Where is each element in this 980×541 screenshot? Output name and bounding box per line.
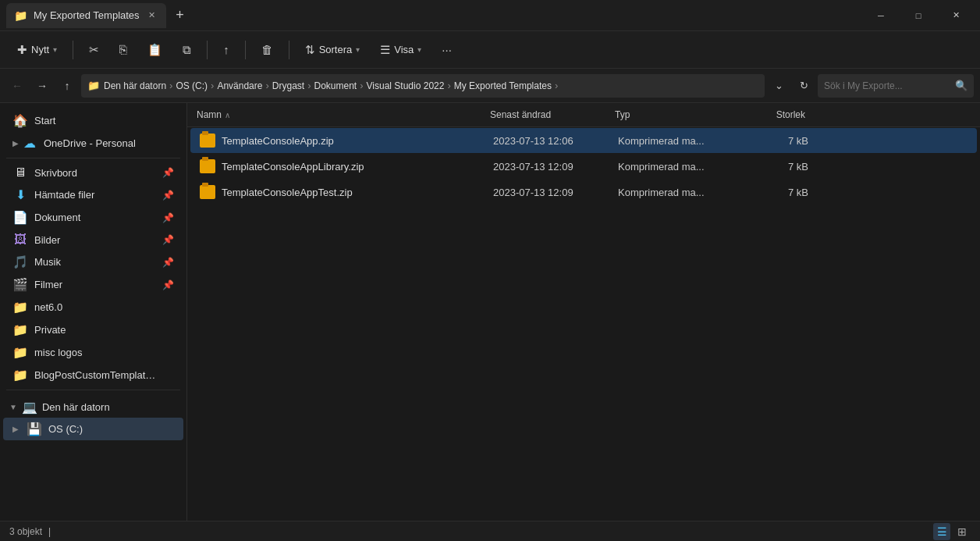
pin-filmer-icon: 📌 xyxy=(162,279,174,290)
view-button[interactable]: ☰ Visa ▾ xyxy=(372,39,429,61)
paste-icon: 📋 xyxy=(147,43,162,57)
desktop-icon: 🖥 xyxy=(12,166,28,180)
more-button[interactable]: ··· xyxy=(434,39,460,60)
search-icon: 🔍 xyxy=(955,80,968,91)
pin-bilder-icon: 📌 xyxy=(162,234,174,245)
breadcrumb-os-c[interactable]: OS (C:) xyxy=(176,80,208,91)
sidebar-item-musik[interactable]: 🎵 Musik 📌 xyxy=(3,251,183,273)
cut-button[interactable]: ✂ xyxy=(81,39,107,61)
folder-blogpost-icon: 📁 xyxy=(12,368,28,383)
delete-button[interactable]: 🗑 xyxy=(254,39,281,60)
file-header: Namn ∧ Senast ändrad Typ Storlek xyxy=(187,103,980,127)
sidebar-filmer-label: Filmer xyxy=(34,279,62,290)
file-type: Komprimerad ma... xyxy=(612,158,737,176)
toolbar-sep-4 xyxy=(289,41,289,59)
pictures-icon: 🖼 xyxy=(12,233,28,247)
breadcrumb-my-exported[interactable]: My Exported Templates xyxy=(454,80,552,91)
forward-button[interactable]: → xyxy=(31,75,53,97)
col-date-header[interactable]: Senast ändrad xyxy=(484,106,609,123)
sidebar-section-den-har[interactable]: ▼ 💻 Den här datorn xyxy=(0,393,186,418)
col-date-label: Senast ändrad xyxy=(490,109,551,120)
new-button[interactable]: ✚ Nytt ▾ xyxy=(9,39,65,61)
sidebar-item-dokument[interactable]: 📄 Dokument 📌 xyxy=(3,206,183,229)
computer-icon: 💻 xyxy=(22,400,37,415)
new-icon: ✚ xyxy=(17,43,27,57)
breadcrumb-dokument[interactable]: Dokument xyxy=(314,80,357,91)
back-button[interactable]: ← xyxy=(6,75,28,97)
file-date: 2023-07-13 12:09 xyxy=(487,158,612,176)
zip-icon xyxy=(200,185,215,199)
sidebar-item-onedrive[interactable]: ▶ ☁ OneDrive - Personal xyxy=(3,132,183,155)
breadcrumb-dropdown-button[interactable]: ⌄ xyxy=(768,75,790,97)
video-icon: 🎬 xyxy=(12,277,28,292)
view-grid-button[interactable]: ⊞ xyxy=(953,523,971,540)
up-button[interactable]: ↑ xyxy=(56,75,78,97)
share-button[interactable]: ↑ xyxy=(215,39,237,60)
new-label: Nytt xyxy=(31,44,49,55)
tab-my-exported-templates[interactable]: 📁 My Exported Templates ✕ xyxy=(6,3,166,28)
file-name: TemplateConsoleAppLibrary.zip xyxy=(222,161,364,173)
clipboard-button[interactable]: ⧉ xyxy=(175,39,199,61)
sidebar-item-filmer[interactable]: 🎬 Filmer 📌 xyxy=(3,273,183,296)
pin-musik-icon: 📌 xyxy=(162,257,174,268)
drive-icon: 💾 xyxy=(27,422,42,436)
tab-close-button[interactable]: ✕ xyxy=(146,9,158,22)
sidebar-item-blogpost[interactable]: 📁 BlogPostCustomTemplateForVisu xyxy=(3,364,183,386)
minimize-button[interactable]: ─ xyxy=(863,3,899,28)
status-separator: | xyxy=(48,526,51,537)
folder-private-icon: 📁 xyxy=(12,322,28,337)
breadcrumb-drygast[interactable]: Drygast xyxy=(272,80,304,91)
search-box: 🔍 xyxy=(818,74,974,98)
music-icon: 🎵 xyxy=(12,254,28,269)
sort-button[interactable]: ⇅ Sortera ▾ xyxy=(297,39,368,61)
sidebar-item-bilder[interactable]: 🖼 Bilder 📌 xyxy=(3,229,183,251)
col-name-header[interactable]: Namn ∧ xyxy=(187,106,484,123)
folder-misc-icon: 📁 xyxy=(12,345,28,360)
file-type: Komprimerad ma... xyxy=(612,183,737,201)
breadcrumb-vs2022[interactable]: Visual Studio 2022 xyxy=(367,80,445,91)
copy-button[interactable]: ⎘ xyxy=(112,39,135,61)
sidebar-item-start[interactable]: 🏠 Start xyxy=(3,109,183,132)
breadcrumb-folder-icon: 📁 xyxy=(87,80,100,91)
breadcrumb-anvandare[interactable]: Användare xyxy=(217,80,262,91)
maximize-button[interactable]: □ xyxy=(900,3,936,28)
breadcrumb-den-har-datorn[interactable]: Den här datorn xyxy=(104,80,166,91)
toolbar-sep-3 xyxy=(245,41,246,59)
tab-folder-icon: 📁 xyxy=(14,9,27,22)
sort-icon: ⇅ xyxy=(305,43,315,57)
sidebar-item-hamtade[interactable]: ⬇ Hämtade filer 📌 xyxy=(3,183,183,206)
pin-dokument-icon: 📌 xyxy=(162,212,174,223)
new-tab-button[interactable]: + xyxy=(169,5,191,27)
refresh-button[interactable]: ↻ xyxy=(793,75,815,97)
sidebar-item-private[interactable]: 📁 Private xyxy=(3,319,183,341)
more-icon: ··· xyxy=(442,43,452,56)
col-size-header[interactable]: Storlek xyxy=(733,106,811,123)
delete-icon: 🗑 xyxy=(261,43,273,56)
file-area: Namn ∧ Senast ändrad Typ Storlek Templat… xyxy=(187,103,980,521)
table-row[interactable]: TemplateConsoleApp.zip 2023-07-13 12:06 … xyxy=(190,128,977,153)
sidebar-item-misc[interactable]: 📁 misc logos xyxy=(3,341,183,364)
close-button[interactable]: ✕ xyxy=(938,3,974,28)
file-list: TemplateConsoleApp.zip 2023-07-13 12:06 … xyxy=(187,127,980,521)
main-area: 🏠 Start ▶ ☁ OneDrive - Personal 🖥 Skrivb… xyxy=(0,103,980,521)
status-count: 3 objekt xyxy=(9,526,42,537)
sidebar-item-skrivbord[interactable]: 🖥 Skrivbord 📌 xyxy=(3,162,183,183)
sidebar-item-os-c[interactable]: ▶ 💾 OS (C:) xyxy=(3,418,183,440)
toolbar-sep-2 xyxy=(207,41,208,59)
table-row[interactable]: TemplateConsoleAppTest.zip 2023-07-13 12… xyxy=(190,180,977,205)
sidebar-net6-label: net6.0 xyxy=(34,301,62,313)
table-row[interactable]: TemplateConsoleAppLibrary.zip 2023-07-13… xyxy=(190,154,977,179)
paste-button[interactable]: 📋 xyxy=(140,39,170,61)
clipboard-icon: ⧉ xyxy=(183,43,191,57)
file-name-cell: TemplateConsoleAppTest.zip xyxy=(190,182,487,202)
sidebar-divider-1 xyxy=(6,158,180,158)
title-bar: 📁 My Exported Templates ✕ + ─ □ ✕ xyxy=(0,0,980,31)
view-list-button[interactable]: ☰ xyxy=(933,523,950,540)
col-type-header[interactable]: Typ xyxy=(609,106,733,123)
sidebar-onedrive-label: OneDrive - Personal xyxy=(44,137,136,149)
file-size: 7 kB xyxy=(737,183,815,201)
sidebar-item-net6[interactable]: 📁 net6.0 xyxy=(3,296,183,319)
document-icon: 📄 xyxy=(12,210,28,225)
window-controls: ─ □ ✕ xyxy=(863,3,974,28)
search-input[interactable] xyxy=(824,80,952,91)
